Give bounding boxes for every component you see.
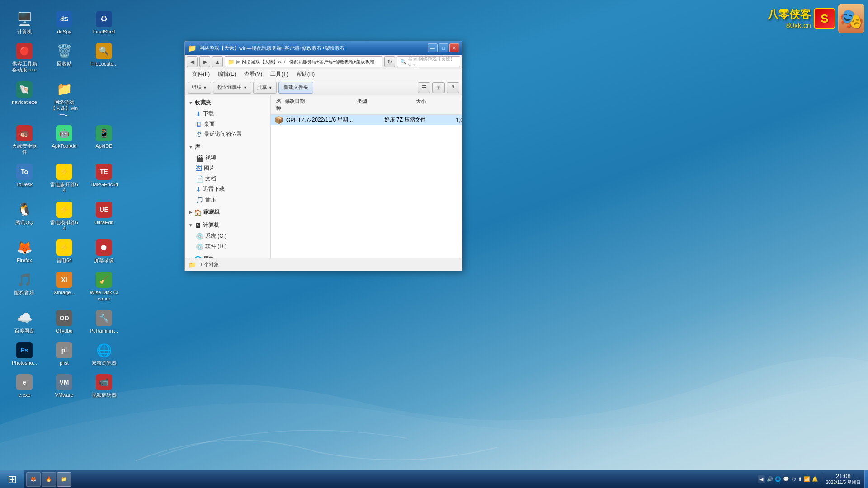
start-button[interactable]: ⊞ — [0, 470, 24, 488]
desktop-icon-wise-disk[interactable]: 🧹 Wise Disk Cleaner — [88, 269, 120, 303]
desktop-icon-apkide[interactable]: 📱 ApkIDE — [88, 122, 120, 157]
toolbar-library[interactable]: 包含到库中 ▼ — [213, 82, 251, 94]
documents-icon: 📄 — [196, 175, 203, 183]
address-bar[interactable]: 📁 ▶ 网络游戏【天诛】win—键配玩服务端+客户端+修改教程+架设教程 — [225, 56, 382, 67]
desktop-icon-recycle[interactable]: 🗑️ 回收站 — [48, 40, 80, 75]
column-name[interactable]: 名称 — [274, 97, 283, 113]
taskbar-item-explorer[interactable]: 📁 — [57, 472, 71, 487]
desktop-decoration — [0, 289, 868, 470]
xunlei-icon: ⬇ — [196, 186, 201, 193]
desktop-icon-e-exe[interactable]: e e.exe — [8, 371, 41, 400]
desktop-icon-kugou[interactable]: 🎵 酷狗音乐 — [8, 269, 41, 303]
desktop-icon-vmware[interactable]: VM VMware — [48, 371, 80, 400]
file-modified: 2022/11/6 星期... — [312, 116, 384, 124]
taskbar-fire-icon: 🔥 — [46, 476, 52, 482]
tray-icon-4: 🛡 — [791, 477, 796, 482]
title-bar-controls: — □ ✕ — [428, 43, 459, 52]
show-desktop-button[interactable] — [864, 470, 868, 488]
desktop-icon-tmpgenc[interactable]: TE TMPGEnc64 — [88, 161, 120, 195]
menu-bar: 文件(F) 编辑(E) 查看(V) 工具(T) 帮助(H) — [185, 69, 462, 80]
toolbar-organize[interactable]: 组织 ▼ — [188, 82, 211, 94]
watermark: 八零侠客 80xk.cn S 🎭 — [768, 4, 864, 33]
desktop-icon-baidu[interactable]: ☁️ 百度网盘 — [8, 307, 41, 336]
d-drive-icon: 💿 — [196, 243, 203, 250]
desktop-icon-luping[interactable]: ⏺ 屏幕录像 — [88, 237, 120, 265]
desktop-icon-leidian64[interactable]: ⚡ 雷电模拟器64 — [48, 199, 80, 233]
column-size[interactable]: 大小 — [414, 97, 459, 113]
view-mode-icons[interactable]: ⊞ — [432, 82, 445, 93]
back-button[interactable]: ◀ — [187, 56, 198, 67]
desktop: 八零侠客 80xk.cn S 🎭 🖥️ 计算机 dS dnSpy ⚙ Final… — [0, 0, 868, 488]
desktop-icon-ollydbg[interactable]: OD Ollydbg — [48, 307, 80, 336]
desktop-icon-navicat[interactable]: 🐚 navicat.exe — [8, 79, 41, 119]
nav-item-video[interactable]: 🎬 视频 — [185, 153, 270, 163]
help-button[interactable]: ? — [447, 82, 459, 93]
watermark-brand: 八零侠客 — [768, 7, 811, 22]
desktop-icon-kehu-tools[interactable]: 🔴 供客工具箱移动版.exe — [8, 40, 41, 75]
desktop-icon-photoshop[interactable]: Ps Photosho... — [8, 339, 41, 368]
nav-section-network: ▶ 🌐 网络 — [185, 253, 270, 258]
search-icon: 🔍 — [400, 59, 406, 65]
nav-item-desktop[interactable]: 🖥 桌面 — [185, 119, 270, 129]
menu-help[interactable]: 帮助(H) — [293, 70, 319, 79]
nav-item-c-drive[interactable]: 💿 系统 (C:) — [185, 231, 270, 241]
desktop-icon-firefox[interactable]: 🦊 Firefox — [8, 237, 41, 265]
nav-computer-header[interactable]: ▼ 🖥 计算机 — [185, 220, 270, 231]
desktop-icon-shuangji[interactable]: 🌐 双核浏览器 — [88, 339, 120, 368]
column-modified[interactable]: 修改日期 — [283, 97, 355, 113]
table-row[interactable]: 📦 GPHTZ.7z 2022/11/6 星期... 好压 7Z 压缩文件 1,… — [271, 115, 462, 125]
desktop-icon-grid: 🖥️ 计算机 dS dnSpy ⚙ FinalShell 🔴 供客工具箱移动版.… — [5, 5, 127, 404]
refresh-button[interactable]: ↻ — [384, 56, 395, 67]
tray-icon-5: ⬆ — [798, 476, 802, 482]
desktop-icon-finalshell[interactable]: ⚙ FinalShell — [88, 8, 120, 37]
desktop-icon-shipin[interactable]: 📹 视频碎访器 — [88, 371, 120, 400]
desktop-icon-leidian64-2[interactable]: ⚡ 雷电64 — [48, 237, 80, 265]
desktop-icon-wangluo-youxi[interactable]: 📁 网络游戏【天诛】win—... — [48, 79, 80, 119]
nav-library-header[interactable]: ▼ 库 — [185, 141, 270, 153]
menu-tools[interactable]: 工具(T) — [267, 70, 292, 79]
tray-arrow[interactable]: ◀ — [758, 475, 765, 483]
maximize-button[interactable]: □ — [439, 43, 448, 52]
desktop-icon-pcraminni[interactable]: 🔧 PcRaminni... — [88, 307, 120, 336]
nav-item-pictures[interactable]: 🖼 图片 — [185, 163, 270, 174]
desktop-icon-ximage[interactable]: XI XImage... — [48, 269, 80, 303]
minimize-button[interactable]: — — [428, 43, 438, 52]
desktop-icon-qq[interactable]: 🐧 腾讯QQ — [8, 199, 41, 233]
view-mode-details[interactable]: ☰ — [418, 82, 430, 93]
toolbar-new-folder[interactable]: 新建文件夹 — [278, 82, 313, 94]
nav-network-header[interactable]: ▶ 🌐 网络 — [185, 253, 270, 258]
column-type[interactable]: 类型 — [355, 97, 414, 113]
desktop-icon-plist[interactable]: pl plist — [48, 339, 80, 368]
nav-item-d-drive[interactable]: 💿 软件 (D:) — [185, 241, 270, 252]
up-button[interactable]: ▲ — [212, 56, 223, 67]
menu-edit[interactable]: 编辑(E) — [214, 70, 240, 79]
desktop-icon-apktoolaid[interactable]: 🤖 ApkToolAid — [48, 122, 80, 157]
taskbar-clock[interactable]: 21:08 2022/11/6 星期日 — [822, 473, 864, 486]
nav-favorites-header[interactable]: ▼ 收藏夹 — [185, 97, 270, 108]
menu-file[interactable]: 文件(F) — [189, 70, 213, 79]
taskbar-items: 🦊 🔥 📁 — [24, 472, 754, 487]
toolbar-share[interactable]: 共享 ▼ — [253, 82, 277, 94]
taskbar-item-fire[interactable]: 🔥 — [42, 472, 56, 487]
watermark-avatar: 🎭 — [838, 4, 864, 33]
nav-item-download[interactable]: ⬇ 下载 — [185, 108, 270, 119]
menu-view[interactable]: 查看(V) — [241, 70, 266, 79]
desktop-icon-jisuanji[interactable]: 🖥️ 计算机 — [8, 8, 41, 37]
desktop-icon-filelocator[interactable]: 🔍 FileLocato... — [88, 40, 120, 75]
desktop-icon-huorong[interactable]: 🦔 火绒安全软件 — [8, 122, 41, 157]
search-bar[interactable]: 🔍 搜索 网络游戏【天诛】win... — [397, 56, 460, 67]
nav-homegroup-header[interactable]: ▶ 🏠 家庭组 — [185, 206, 270, 218]
close-button[interactable]: ✕ — [449, 43, 459, 52]
explorer-icon: 📁 — [188, 44, 197, 52]
desktop-icon-todesk[interactable]: To ToDesk — [8, 161, 41, 195]
forward-button[interactable]: ▶ — [199, 56, 210, 67]
taskbar-item-firefox[interactable]: 🦊 — [26, 472, 41, 487]
nav-item-recent[interactable]: ⏱ 最近访问的位置 — [185, 129, 270, 140]
desktop-icon-dnspy[interactable]: dS dnSpy — [48, 8, 80, 37]
nav-item-documents[interactable]: 📄 文档 — [185, 174, 270, 184]
nav-item-xunlei[interactable]: ⬇ 迅雷下载 — [185, 184, 270, 194]
explorer-window: 📁 网络游戏【天诛】win—键配玩服务端+客户端+修改教程+架设教程 — □ ✕… — [184, 41, 462, 271]
desktop-icon-ultraedit[interactable]: UE UltraEdit — [88, 199, 120, 233]
desktop-icon-leidianzaichao[interactable]: ⚡ 雷电多开器64 — [48, 161, 80, 195]
nav-item-music[interactable]: 🎵 音乐 — [185, 194, 270, 205]
